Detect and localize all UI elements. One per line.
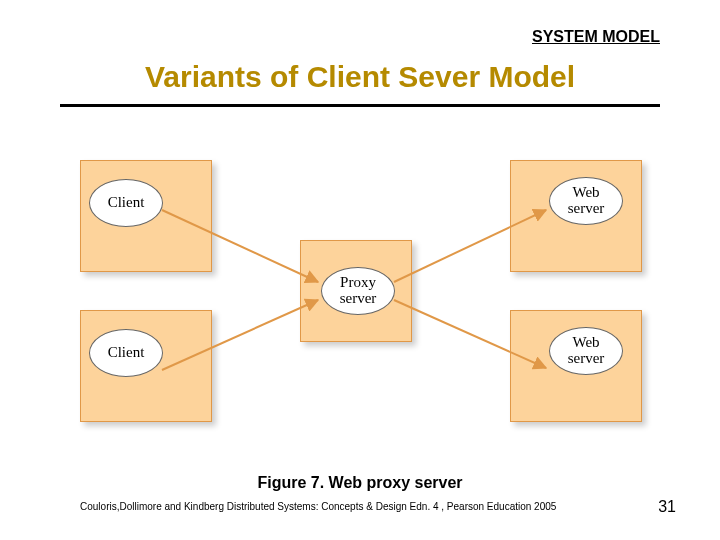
slide: SYSTEM MODEL Variants of Client Sever Mo… bbox=[0, 0, 720, 540]
citation-text: Couloris,Dollimore and Kindberg Distribu… bbox=[80, 501, 620, 512]
slide-title: Variants of Client Sever Model bbox=[0, 60, 720, 94]
section-label: SYSTEM MODEL bbox=[532, 28, 660, 46]
title-underline bbox=[60, 104, 660, 107]
node-client-2-label: Client bbox=[89, 329, 163, 377]
node-proxy-label: Proxy server bbox=[321, 267, 395, 315]
node-web-1-box: Web server bbox=[510, 160, 642, 272]
node-web-2-text: Web server bbox=[568, 335, 605, 367]
node-client-1-label: Client bbox=[89, 179, 163, 227]
node-client-2-text: Client bbox=[108, 345, 145, 361]
node-web-2-box: Web server bbox=[510, 310, 642, 422]
page-number: 31 bbox=[658, 498, 676, 516]
node-web-2-label: Web server bbox=[549, 327, 623, 375]
figure-caption: Figure 7. Web proxy server bbox=[0, 474, 720, 492]
node-client-1-text: Client bbox=[108, 195, 145, 211]
node-proxy-box: Proxy server bbox=[300, 240, 412, 342]
node-web-1-label: Web server bbox=[549, 177, 623, 225]
node-client-2-box: Client bbox=[80, 310, 212, 422]
node-proxy-text: Proxy server bbox=[340, 275, 377, 307]
node-client-1-box: Client bbox=[80, 160, 212, 272]
node-web-1-text: Web server bbox=[568, 185, 605, 217]
